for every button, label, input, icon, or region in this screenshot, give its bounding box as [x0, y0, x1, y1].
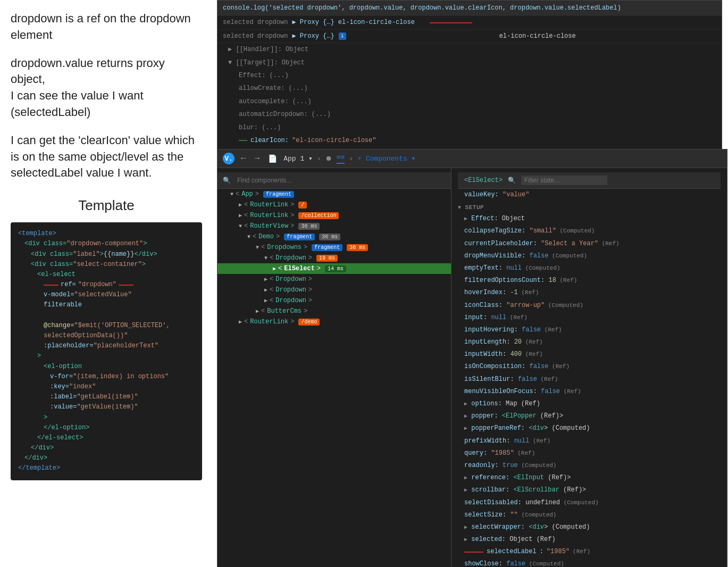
template-code: <template> <div class="dropdown-componen… [11, 222, 202, 480]
description-2: dropdown.value returns proxy object,I ca… [11, 55, 202, 121]
state-header: <ElSelect> 🔍 [458, 172, 721, 189]
prop-currentplaceholder: currentPlaceholder: "Select a Year" (Ref… [458, 238, 721, 250]
setup-section: ▼ setup [458, 201, 721, 213]
component-search-input[interactable] [234, 176, 340, 185]
console-line-1: console.log('selected dropdown', dropdow… [217, 1, 722, 16]
selected-component-tag: <ElSelect> [464, 177, 503, 184]
tree-item-app[interactable]: ▼ <App> fragment [217, 189, 451, 199]
prop-effect: ▶ Effect: Object [458, 213, 721, 225]
console-clearicon: clearIcon: "el-icon-circle-close" [217, 134, 722, 147]
prop-selectdisabled: selectDisabled: undefined (Computed) [458, 497, 721, 509]
red-underline-indicator [430, 22, 472, 23]
tree-item-routerlink-1[interactable]: ▶ <RouterLink> / [217, 199, 451, 210]
prop-query: query: "1985" (Ref) [458, 447, 721, 460]
console-automaticdropdown: automaticDropdown: (...) [217, 108, 722, 121]
prop-menuvisibleonfocus: menuVisibleOnFocus: false (Ref) [458, 386, 721, 398]
console-code: console.log('selected dropdown', dropdow… [223, 4, 621, 12]
description-3: I can get the 'clearIcon' value whichis … [11, 132, 202, 181]
components-tab[interactable]: ⚡ Components ▾ [357, 154, 415, 163]
devtools-body: 🔍 ▼ <App> fragment ▶ <RouterLink> / ▶ <R… [217, 168, 727, 567]
prop-valuekey: valueKey: "value" [458, 189, 721, 201]
console-line-3: selected dropdown ▶ Proxy {…} i el-icon-… [217, 30, 722, 43]
prop-collapsetagsize: collapseTagSize: "small" (Computed) [458, 225, 721, 237]
prop-issilentblur: isSilentBlur: false (Ref) [458, 373, 721, 386]
prop-hoverindex: hoverIndex: -1 (Ref) [458, 287, 721, 299]
selectedlabel-red-indicator [464, 552, 483, 553]
app-selector[interactable]: App 1 ▾ [283, 154, 313, 163]
page-icon: 📄 [266, 153, 279, 164]
tree-item-dropdown-1[interactable]: ▼ <Dropdown> 19 ms [217, 253, 451, 263]
prop-options: ▶ options: Map (Ref) [458, 398, 721, 410]
prop-dropmenuvisible: dropMenuVisible: false (Computed) [458, 250, 721, 262]
forward-button[interactable]: → [253, 153, 262, 164]
tree-item-dropdowns[interactable]: ▼ <Dropdowns> fragment 36 ms [217, 242, 451, 253]
console-target: ▼ [[Target]]: Object [217, 56, 722, 69]
tree-item-demo[interactable]: ▼ <Demo> fragment 36 ms [217, 231, 451, 242]
state-filter-input[interactable] [521, 176, 607, 185]
devtools-panel: V. ← → 📄 App 1 ▾ › ⏺ ≡≡ › ⚡ Components ▾… [217, 149, 727, 567]
tree-item-dropdown-2[interactable]: ▶ <Dropdown> [217, 274, 451, 285]
volar-logo: V. [223, 153, 235, 164]
filter-search-icon: 🔍 [508, 177, 516, 185]
prop-showclose: showClose: false (Computed) [458, 558, 721, 567]
left-panel: dropdown is a ref on the dropdown elemen… [0, 0, 213, 491]
description-1: dropdown is a ref on the dropdown elemen… [11, 11, 202, 44]
tree-item-routerlink-2[interactable]: ▶ <RouterLink> /collection [217, 210, 451, 221]
prop-selectsize: selectSize: "" (Computed) [458, 509, 721, 521]
tree-item-elselect[interactable]: ▶ <ElSelect> 14 ms [217, 263, 451, 274]
ref-red-line [44, 285, 58, 286]
component-search-bar: 🔍 [217, 172, 451, 189]
tree-item-dropdown-4[interactable]: ▶ <Dropdown> [217, 295, 451, 306]
tree-item-buttercms[interactable]: ▶ <ButterCms> [217, 306, 451, 316]
prop-emptytext: emptyText: null (Computed) [458, 262, 721, 274]
console-allowcreate: allowCreate: (...) [217, 82, 722, 95]
prop-scrollbar: ▶ scrollbar: <ElScrollbar (Ref)> [458, 484, 721, 496]
console-handler: ▶ [[Handler]]: Object [217, 43, 722, 56]
console-blur: blur: (...) [217, 121, 722, 134]
console-effect: Effect: (...) [217, 69, 722, 82]
prop-inputlength: inputLength: 20 (Ref) [458, 336, 721, 348]
template-section: Template <template> <div class="dropdown… [11, 197, 202, 480]
prop-popperpaneref: ▶ popperPaneRef: <div> (Computed) [458, 422, 721, 435]
timeline-tab[interactable]: ≡≡ [337, 154, 345, 164]
prop-prefixwidth: prefixWidth: null (Ref) [458, 435, 721, 447]
prop-selectwrapper: ▶ selectWrapper: <div> (Computed) [458, 521, 721, 533]
prop-input: input: null (Ref) [458, 312, 721, 324]
prop-inputwidth: inputWidth: 400 (Ref) [458, 348, 721, 361]
prop-iconclass: iconClass: "arrow-up" (Computed) [458, 299, 721, 312]
devtools-toolbar: V. ← → 📄 App 1 ▾ › ⏺ ≡≡ › ⚡ Components ▾ [217, 149, 727, 168]
prop-inputhovering: inputHovering: false (Ref) [458, 324, 721, 336]
component-tree-panel: 🔍 ▼ <App> fragment ▶ <RouterLink> / ▶ <R… [217, 168, 451, 567]
search-icon: 🔍 [223, 177, 231, 185]
prop-reference: ▶ reference: <ElInput (Ref)> [458, 472, 721, 484]
prop-selected: ▶ selected: Object (Ref) [458, 533, 721, 546]
back-button[interactable]: ← [239, 153, 248, 164]
green-indicator [239, 140, 247, 141]
prop-filteredoptionscount: filteredOptionsCount: 18 (Ref) [458, 274, 721, 287]
prop-popper: ▶ popper: <ElPopper (Ref)> [458, 410, 721, 422]
prop-isoncomposition: isOnComposition: false (Ref) [458, 361, 721, 373]
prop-selectedlabel: selectedLabel: "1985" (Ref) [458, 546, 721, 558]
template-title: Template [11, 197, 202, 214]
tree-item-routerlink-3[interactable]: ▶ <RouterLink> /demo [217, 316, 451, 327]
state-panel: <ElSelect> 🔍 valueKey: "value" ▼ setup ▶… [451, 168, 727, 567]
console-autocomplete: autocomplete: (...) [217, 95, 722, 108]
prop-readonly: readonly: true (Computed) [458, 460, 721, 472]
tree-item-routerview[interactable]: ▼ <RouterView> 36 ms [217, 221, 451, 231]
tree-item-dropdown-3[interactable]: ▶ <Dropdown> [217, 285, 451, 295]
console-line-2: selected dropdown ▶ Proxy {…} el-icon-ci… [217, 16, 722, 29]
